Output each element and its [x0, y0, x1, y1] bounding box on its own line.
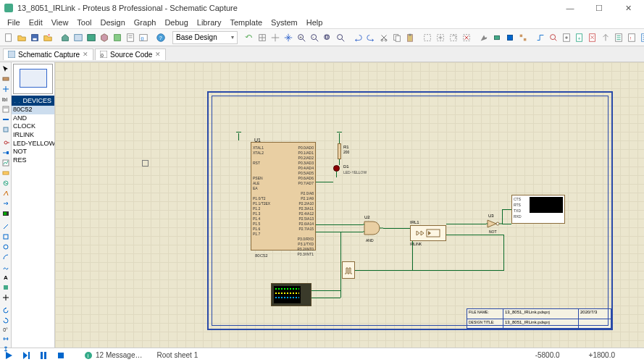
library-icon[interactable]: L: [19, 98, 20, 104]
copy-icon[interactable]: [391, 31, 403, 44]
grid-icon[interactable]: [256, 31, 268, 44]
design-variant-combo[interactable]: Base Design▾: [172, 31, 238, 44]
menu-graph[interactable]: Graph: [130, 18, 161, 27]
junction-icon[interactable]: [1, 85, 10, 93]
component-virtual-terminal[interactable]: CTS RTS TXD RXD: [511, 195, 565, 224]
rotate-ccw-icon[interactable]: [1, 317, 10, 324]
device-item[interactable]: NOT: [12, 148, 54, 156]
block-delete-icon[interactable]: [461, 31, 472, 44]
close-project-icon[interactable]: ×: [42, 31, 54, 44]
source-code-icon[interactable]: {}: [138, 31, 149, 44]
device-pin-icon[interactable]: [1, 149, 10, 156]
property-icon[interactable]: [561, 31, 572, 44]
device-item[interactable]: CLOCK: [12, 122, 54, 131]
menu-edit[interactable]: Edit: [25, 18, 47, 27]
paste-icon[interactable]: [404, 31, 416, 44]
wire-autoroute-icon[interactable]: [535, 31, 546, 44]
close-button[interactable]: ✕: [616, 1, 640, 14]
device-item[interactable]: IRLINK: [12, 131, 54, 140]
menu-library[interactable]: Library: [193, 18, 226, 27]
tab-source-code[interactable]: {} Source Code ✕: [95, 49, 166, 60]
2d-path-icon[interactable]: [1, 264, 10, 271]
symbol-mode-icon[interactable]: [1, 284, 10, 291]
device-item[interactable]: AND: [12, 114, 54, 123]
stop-button[interactable]: [53, 350, 69, 361]
tab-schematic[interactable]: Schematic Capture ✕: [3, 49, 93, 60]
zoom-out-icon[interactable]: -: [309, 31, 320, 44]
component-oscilloscope[interactable]: [271, 283, 311, 306]
3d-icon[interactable]: [99, 31, 110, 44]
help-icon[interactable]: ?: [155, 31, 167, 44]
tape-icon[interactable]: [1, 169, 10, 177]
play-button[interactable]: [1, 350, 17, 361]
zoom-area-icon[interactable]: [335, 31, 346, 44]
tab-close-icon[interactable]: ✕: [83, 51, 88, 58]
messages-indicator[interactable]: i 12 Message…: [84, 351, 142, 360]
netlist-icon[interactable]: [639, 31, 644, 44]
2d-arc-icon[interactable]: [1, 253, 10, 261]
probe-current-icon[interactable]: [1, 200, 10, 207]
component-not-gate[interactable]: [486, 219, 502, 229]
undo-icon[interactable]: [352, 31, 364, 44]
origin-icon[interactable]: [269, 31, 281, 44]
decompose-icon[interactable]: [517, 31, 529, 44]
2d-circle-icon[interactable]: [1, 243, 10, 251]
block-move-icon[interactable]: [435, 31, 446, 44]
component-mode-icon[interactable]: [1, 75, 10, 83]
open-file-icon[interactable]: [16, 31, 28, 44]
instrument-icon[interactable]: [1, 210, 10, 217]
pcb-icon[interactable]: [85, 31, 97, 44]
2d-text-icon[interactable]: A: [1, 274, 10, 281]
device-item[interactable]: 80C52: [12, 106, 54, 114]
text-script-icon[interactable]: [1, 106, 10, 113]
device-list[interactable]: 80C52 AND CLOCK IRLINK LED-YELLOW NOT RE…: [12, 106, 54, 348]
package-icon[interactable]: [504, 31, 516, 44]
menu-file[interactable]: File: [3, 18, 25, 27]
pick-device-icon[interactable]: P: [14, 98, 16, 104]
cut-icon[interactable]: [378, 31, 390, 44]
selection-mode-icon[interactable]: [1, 65, 10, 72]
probe-voltage-icon[interactable]: [1, 190, 10, 197]
component-icon[interactable]: [491, 31, 503, 44]
exit-hierarchy-icon[interactable]: [600, 31, 611, 44]
pick-icon[interactable]: [478, 31, 490, 44]
maximize-button[interactable]: ☐: [587, 1, 611, 14]
subcircuit-icon[interactable]: [1, 126, 10, 133]
2d-box-icon[interactable]: [1, 233, 10, 240]
rotate-cw-icon[interactable]: [1, 307, 10, 314]
menu-design[interactable]: Design: [96, 18, 130, 27]
bom-icon[interactable]: [125, 31, 136, 44]
component-mcu[interactable]: U1 XTAL1XTAL2RSTPSENALEEAP1.0/T2P1.1/T2E…: [251, 142, 316, 251]
graph-mode-icon[interactable]: [1, 159, 10, 167]
menu-system[interactable]: System: [267, 18, 302, 27]
device-item[interactable]: LED-YELLOW: [12, 140, 54, 148]
new-sheet-icon[interactable]: +: [574, 31, 585, 44]
bus-icon[interactable]: [1, 116, 10, 123]
schematic-icon[interactable]: [72, 31, 84, 44]
schematic-canvas[interactable]: FILE NAME:13_8051_IRLink.pdsprj2020/7/3 …: [55, 62, 644, 348]
generator-icon[interactable]: [1, 180, 10, 187]
mirror-h-icon[interactable]: [1, 335, 10, 342]
component-led[interactable]: [333, 165, 340, 172]
gerber-icon[interactable]: [112, 31, 123, 44]
refresh-icon[interactable]: [243, 31, 255, 44]
terminal-mode-icon[interactable]: [1, 139, 10, 146]
block-copy-icon[interactable]: [422, 31, 433, 44]
wire-label-icon[interactable]: lbl: [1, 96, 10, 103]
step-button[interactable]: [18, 350, 34, 361]
new-file-icon[interactable]: [3, 31, 14, 44]
bom-report-icon[interactable]: [613, 31, 624, 44]
save-file-icon[interactable]: [29, 31, 41, 44]
menu-help[interactable]: Help: [302, 18, 327, 27]
zoom-all-icon[interactable]: [322, 31, 333, 44]
block-rotate-icon[interactable]: [448, 31, 459, 44]
sheet-indicator[interactable]: Root sheet 1: [156, 351, 198, 359]
overview-panel[interactable]: [13, 64, 53, 94]
zoom-in-icon[interactable]: +: [296, 31, 307, 44]
delete-sheet-icon[interactable]: [587, 31, 598, 44]
component-clock[interactable]: [342, 261, 355, 279]
home-icon[interactable]: [59, 31, 71, 44]
component-resistor[interactable]: [338, 143, 341, 159]
menu-template[interactable]: Template: [225, 18, 267, 27]
redo-icon[interactable]: [365, 31, 377, 44]
